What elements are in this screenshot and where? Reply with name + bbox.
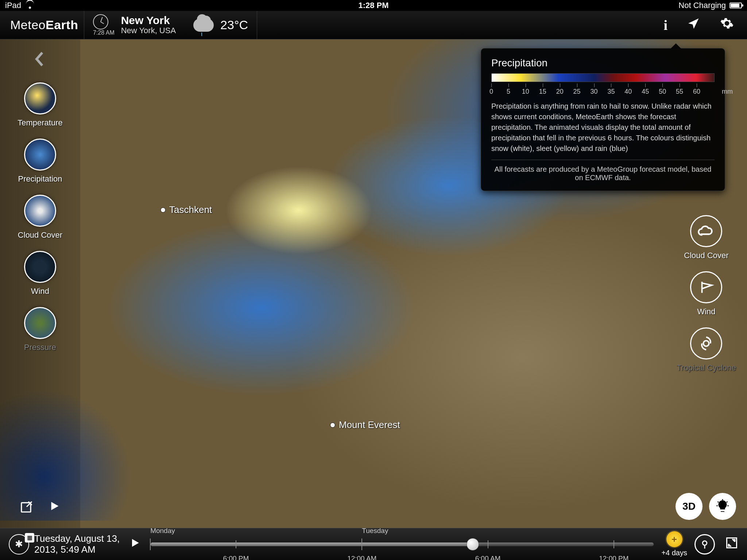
location-box[interactable]: 7:28 AM New York New York, USA 23°C bbox=[84, 14, 257, 36]
clock-icon bbox=[93, 14, 108, 30]
layer-wind[interactable]: Wind bbox=[24, 251, 56, 296]
overlay-label: Wind bbox=[697, 307, 715, 316]
layer-pressure[interactable]: Pressure bbox=[24, 307, 56, 352]
battery-icon bbox=[729, 3, 742, 8]
popover-footer: All forecasts are produced by a MeteoGro… bbox=[491, 160, 715, 182]
device-label: iPad bbox=[5, 1, 21, 10]
map-poi-label[interactable]: Mount Everest bbox=[330, 419, 400, 431]
charging-label: Not Charging bbox=[678, 1, 726, 10]
layer-cloud-cover[interactable]: Cloud Cover bbox=[18, 195, 62, 240]
legend-ticks: mm 051015202530354045505560 bbox=[491, 83, 715, 96]
sun-plus-icon: + bbox=[666, 531, 682, 547]
layer-label: Wind bbox=[31, 287, 49, 296]
app-brand: MeteoEarth bbox=[0, 18, 84, 32]
precipitation-legend bbox=[491, 73, 715, 82]
layers-sidebar: Temperature Precipitation Cloud Cover Wi… bbox=[0, 39, 80, 528]
map-pin-icon bbox=[160, 207, 166, 213]
temperature-value: 23°C bbox=[220, 18, 248, 32]
globe-temperature-icon bbox=[24, 82, 56, 114]
settings-button[interactable] bbox=[720, 16, 734, 34]
windsock-icon bbox=[690, 271, 722, 303]
timeline-date: Tuesday, August 13, 2013, 5:49 AM bbox=[34, 533, 120, 555]
overlay-label: Cloud Cover bbox=[684, 251, 728, 260]
overlay-label: Tropical Cyclone bbox=[677, 363, 736, 373]
svg-point-2 bbox=[703, 541, 707, 545]
calendar-badge-icon[interactable]: ▦ bbox=[25, 533, 34, 542]
location-pin-button[interactable] bbox=[694, 534, 715, 555]
layer-label: Cloud Cover bbox=[18, 230, 62, 240]
legend-unit: mm bbox=[722, 88, 733, 96]
popover-description: Precipitation is anything from rain to h… bbox=[491, 101, 715, 154]
overlay-cloud-cover[interactable]: Cloud Cover bbox=[684, 215, 728, 260]
info-popover: Precipitation mm 05101520253035404550556… bbox=[481, 48, 725, 191]
header-divider bbox=[257, 11, 257, 39]
layer-label: Temperature bbox=[18, 118, 63, 128]
back-button[interactable] bbox=[33, 50, 45, 71]
app-header: MeteoEarth 7:28 AM New York New York, US… bbox=[0, 11, 747, 39]
popover-title: Precipitation bbox=[491, 57, 715, 69]
map-city-label[interactable]: Taschkent bbox=[160, 204, 212, 215]
info-button[interactable]: i bbox=[663, 17, 667, 33]
layer-label: Pressure bbox=[24, 343, 56, 352]
extend-forecast-button[interactable]: + +4 days bbox=[661, 531, 687, 557]
share-button[interactable] bbox=[20, 500, 34, 517]
timeline-play-button[interactable] bbox=[129, 536, 141, 552]
ios-status-bar: iPad 1:28 PM Not Charging bbox=[0, 0, 747, 11]
right-controls: Cloud Cover Wind Tropical Cyclone bbox=[677, 215, 736, 373]
cloud-icon bbox=[690, 215, 722, 247]
3d-toggle-button[interactable]: 3D bbox=[676, 493, 703, 520]
layer-precipitation[interactable]: Precipitation bbox=[18, 139, 62, 184]
location-region: New York, USA bbox=[121, 26, 176, 35]
weather-icon bbox=[193, 19, 214, 32]
status-time: 1:28 PM bbox=[358, 1, 388, 10]
layer-temperature[interactable]: Temperature bbox=[18, 82, 63, 128]
globe-pressure-icon bbox=[24, 307, 56, 339]
globe-precipitation-icon bbox=[24, 139, 56, 171]
layer-label: Precipitation bbox=[18, 174, 62, 184]
fullscreen-button[interactable] bbox=[725, 536, 738, 552]
timeline-slider[interactable]: MondayTuesday6:00 PM12:00 AM6:00 AM12:00… bbox=[150, 533, 654, 555]
overlay-tropical-cyclone[interactable]: Tropical Cyclone bbox=[677, 327, 736, 373]
wifi-icon bbox=[26, 2, 34, 9]
timeline-bar: ✱ ▦ Tuesday, August 13, 2013, 5:49 AM Mo… bbox=[0, 528, 747, 560]
slider-knob[interactable] bbox=[467, 538, 479, 551]
cyclone-icon bbox=[690, 327, 722, 359]
location-name: New York bbox=[121, 15, 176, 26]
play-button[interactable] bbox=[48, 500, 61, 517]
overlay-wind[interactable]: Wind bbox=[690, 271, 722, 316]
svg-point-1 bbox=[704, 341, 709, 346]
lighting-toggle-button[interactable] bbox=[709, 493, 736, 520]
locate-button[interactable] bbox=[687, 17, 700, 33]
map-pin-icon bbox=[330, 423, 335, 428]
local-time: 7:28 AM bbox=[93, 30, 115, 36]
globe-cloud-icon bbox=[24, 195, 56, 227]
globe-wind-icon bbox=[24, 251, 56, 283]
